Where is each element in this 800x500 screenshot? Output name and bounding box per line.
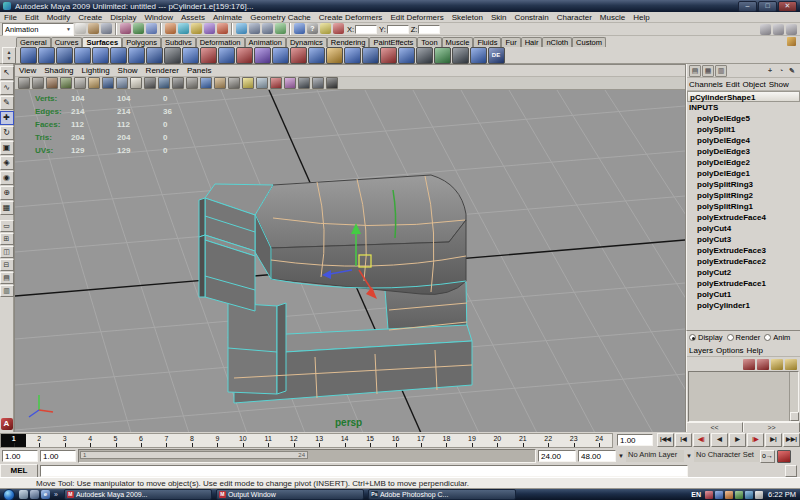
frame-cell[interactable]: 24	[586, 434, 611, 447]
shelf-tab[interactable]: Animation	[245, 37, 286, 47]
close-button[interactable]: ✕	[778, 1, 797, 12]
tray-network-icon[interactable]	[745, 491, 753, 499]
vp-motion-blur-icon[interactable]	[270, 77, 282, 89]
frame-cell[interactable]: 17	[408, 434, 433, 447]
command-line-input[interactable]	[40, 465, 688, 477]
layer-mode-radio[interactable]: Render	[727, 333, 761, 342]
frame-cell[interactable]: 5	[103, 434, 128, 447]
shelf-poly-pyramid-icon[interactable]	[146, 47, 163, 64]
shelf-tab[interactable]: Deformation	[196, 37, 245, 47]
vp-shaded-icon[interactable]	[200, 77, 212, 89]
step-forward-frame-button[interactable]: ▶|	[765, 433, 782, 447]
internet-explorer-icon[interactable]: e	[41, 490, 50, 499]
separator[interactable]	[231, 23, 233, 35]
input-node-item[interactable]: polyDelEdge4	[687, 135, 800, 146]
scale-tool-icon[interactable]: ▣	[0, 141, 14, 155]
maya-logo-icon[interactable]: A	[1, 418, 13, 430]
shelf-tab[interactable]: Polygons	[122, 37, 161, 47]
universal-manipulator-icon[interactable]: ◈	[0, 156, 14, 170]
window-switcher-icon[interactable]	[30, 490, 39, 499]
vp-grid-icon[interactable]	[88, 77, 100, 89]
shelf-bridge-icon[interactable]	[398, 47, 415, 64]
layer-list-scrollbar[interactable]	[789, 372, 798, 421]
shelf-tab[interactable]: General	[16, 37, 51, 47]
channel-narrow-layout-icon[interactable]: ▤	[689, 65, 701, 77]
channel-box-menu-item[interactable]: Channels	[689, 80, 723, 89]
input-node-item[interactable]: polyExtrudeFace1	[687, 278, 800, 289]
construction-history-icon[interactable]	[275, 23, 286, 34]
vp-isolate-select-icon[interactable]	[284, 77, 296, 89]
separator[interactable]	[160, 23, 162, 35]
shelf-selector[interactable]: ▲ ▼	[2, 47, 16, 64]
snap-grid-icon[interactable]	[165, 23, 176, 34]
channel-box-menu-item[interactable]: Edit	[726, 80, 740, 89]
speed-icon[interactable]: ◔	[776, 66, 786, 76]
shelf-poly-torus-icon[interactable]	[110, 47, 127, 64]
layout-hypergraph-icon[interactable]: ▥	[0, 285, 14, 297]
menu-item[interactable]: Geometry Cache	[246, 13, 314, 22]
snap-curve-icon[interactable]	[178, 23, 189, 34]
select-component-icon[interactable]	[146, 23, 157, 34]
script-editor-icon[interactable]	[785, 465, 797, 477]
menu-item[interactable]: Help	[629, 13, 653, 22]
menu-item[interactable]: Window	[141, 13, 177, 22]
menu-item[interactable]: Create	[74, 13, 106, 22]
tray-messenger-icon[interactable]	[705, 491, 713, 499]
snap-plane-icon[interactable]	[204, 23, 215, 34]
input-node-item[interactable]: polyDelEdge5	[687, 113, 800, 124]
lasso-select-tool-icon[interactable]: ∿	[0, 81, 14, 95]
layout-two-pane-stacked-icon[interactable]: ⊟	[0, 259, 14, 271]
character-set-dropdown-icon[interactable]: ▼	[684, 451, 694, 461]
vp-image-plane-icon[interactable]	[74, 77, 86, 89]
step-back-frame-button[interactable]: |◀	[675, 433, 692, 447]
shelf-append-icon[interactable]	[416, 47, 433, 64]
shelf-tab[interactable]: Hair	[521, 37, 543, 47]
select-tool-icon[interactable]: ↖	[0, 66, 14, 80]
vp-camera-attributes-icon[interactable]	[46, 77, 58, 89]
tray-media-icon[interactable]	[725, 491, 733, 499]
input-node-item[interactable]: polyDelEdge3	[687, 146, 800, 157]
layout-four-pane-icon[interactable]: ⊞	[0, 233, 14, 245]
shelf-tab[interactable]: Fur	[501, 37, 520, 47]
frame-cell[interactable]: 14	[332, 434, 357, 447]
frame-cell[interactable]: 22	[536, 434, 561, 447]
taskbar-maya-button[interactable]: MAutodesk Maya 2009...	[64, 489, 212, 500]
shelf-poly-sphere-icon[interactable]	[20, 47, 37, 64]
shelf-de-icon[interactable]: DE	[488, 47, 505, 64]
input-node-item[interactable]: polyDelEdge1	[687, 168, 800, 179]
frame-cell[interactable]: 8	[179, 434, 204, 447]
shelf-tab[interactable]: Rendering	[327, 37, 370, 47]
show-manipulator-tool-icon[interactable]: ⊕	[0, 186, 14, 200]
menu-item[interactable]: Skin	[487, 13, 511, 22]
layout-persp-outliner-icon[interactable]: ▤	[0, 272, 14, 284]
frame-cell[interactable]: 19	[459, 434, 484, 447]
input-node-item[interactable]: polyExtrudeFace4	[687, 212, 800, 223]
menu-set-dropdown[interactable]: Animation ▼	[2, 23, 74, 36]
vp-exposure-icon[interactable]	[312, 77, 324, 89]
show-desktop-icon[interactable]	[19, 490, 28, 499]
menu-item[interactable]: Assets	[177, 13, 209, 22]
move-tool-icon[interactable]: ✚	[0, 111, 14, 125]
auto-keyframe-toggle[interactable]	[777, 450, 791, 463]
render-settings-icon[interactable]	[320, 23, 331, 34]
menu-item[interactable]: Create Deformers	[315, 13, 387, 22]
shelf-mirror-icon[interactable]	[326, 47, 343, 64]
input-node-item[interactable]: polySplit1	[687, 124, 800, 135]
vp-xray-icon[interactable]	[298, 77, 310, 89]
frame-cell[interactable]: 6	[128, 434, 153, 447]
taskbar-output-button[interactable]: MOutput Window	[216, 489, 364, 500]
vp-screen-ao-icon[interactable]	[256, 77, 268, 89]
menu-item[interactable]: Modify	[43, 13, 75, 22]
rotate-tool-icon[interactable]: ↻	[0, 126, 14, 140]
menu-item[interactable]: Display	[106, 13, 140, 22]
menu-item[interactable]: Character	[553, 13, 596, 22]
shelf-extract-icon[interactable]	[236, 47, 253, 64]
vp-resolution-gate-icon[interactable]	[116, 77, 128, 89]
scene-open-icon[interactable]	[88, 23, 99, 34]
scene-save-icon[interactable]	[101, 23, 112, 34]
frame-cell[interactable]: 10	[230, 434, 255, 447]
snap-surface-icon[interactable]	[217, 23, 228, 34]
viewport-menu-item[interactable]: Shading	[40, 66, 77, 75]
frame-cell[interactable]: 23	[561, 434, 586, 447]
paint-select-tool-icon[interactable]: ✎	[0, 96, 14, 110]
